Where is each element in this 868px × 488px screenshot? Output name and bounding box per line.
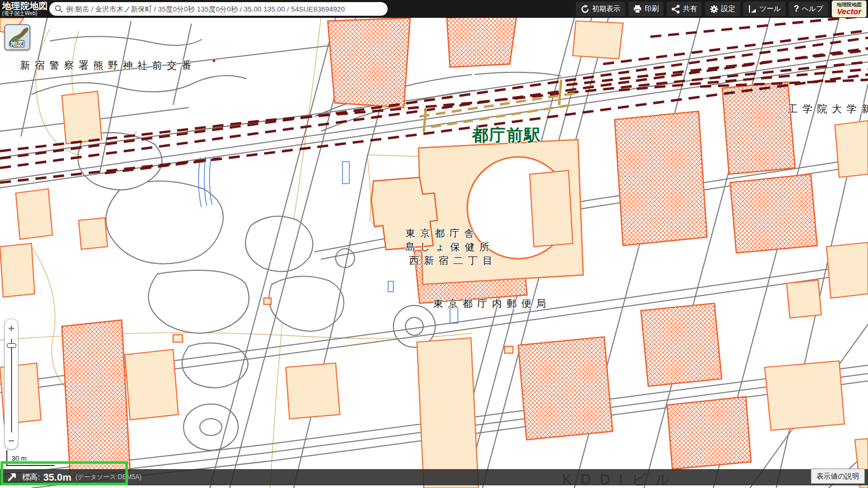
tools-icon: [748, 5, 757, 14]
gsi-map-app: 新宿警察署熊野神社前交番 都庁前駅 工学院大学新 東京都庁舎 島しょ保健所 西新…: [0, 0, 868, 488]
zoom-in-button[interactable]: +: [5, 323, 18, 334]
layer-select-button[interactable]: 地図: [4, 24, 30, 50]
share-button[interactable]: 共有: [667, 2, 702, 16]
elevation-arrow-icon: [7, 472, 17, 482]
help-icon: ?: [794, 4, 799, 14]
map-dot: [213, 60, 216, 62]
top-toolbar: 地理院地図 (電子国土Web) 初期表示: [0, 0, 868, 18]
reload-icon: [581, 5, 590, 14]
reset-view-button[interactable]: 初期表示: [576, 2, 625, 16]
app-title: 地理院地図: [2, 2, 48, 10]
zoom-control: + −: [4, 319, 18, 450]
tools-button[interactable]: ツール: [743, 2, 786, 16]
label-tocho-post-office: 東京都庁内郵便局: [433, 297, 551, 311]
search-input[interactable]: [66, 5, 382, 13]
elevation-value: 35.0m: [43, 472, 71, 483]
label-tochomae-station: 都庁前駅: [472, 124, 541, 146]
scale-bar: 30 m: [6, 450, 55, 466]
status-bar: 標高: 35.0m (データソース:DEM5A) 表示値の説明: [0, 469, 868, 485]
value-explanation-button[interactable]: 表示値の説明: [811, 469, 865, 484]
gear-icon: [710, 5, 719, 14]
zoom-slider-track[interactable]: [11, 339, 12, 432]
app-logo[interactable]: 地理院地図 (電子国土Web): [2, 2, 48, 16]
elevation-source: (データソース:DEM5A): [76, 473, 142, 482]
label-kogakuin-university: 工学院大学新: [788, 102, 868, 116]
help-button[interactable]: ? ヘルプ: [789, 2, 828, 16]
printer-icon: [633, 5, 642, 14]
search-icon: [55, 5, 63, 13]
gsi-vector-badge[interactable]: 地理院地図 Vector: [832, 1, 866, 17]
zoom-slider-handle[interactable]: [7, 343, 16, 348]
settings-button[interactable]: 設定: [705, 2, 740, 16]
print-button[interactable]: 印刷: [628, 2, 663, 16]
search-box[interactable]: [49, 2, 388, 16]
label-nishishinjuku-2chome: 西新宿二丁目: [409, 254, 497, 268]
label-tocho-building: 東京都庁舎: [405, 227, 479, 240]
share-icon: [671, 5, 680, 14]
label-police-box: 新宿警察署熊野神社前交番: [20, 59, 196, 72]
scale-label: 30 m: [12, 454, 27, 462]
label-island-health-center: 島しょ保健所: [405, 240, 494, 254]
elevation-label: 標高:: [22, 472, 40, 482]
zoom-out-button[interactable]: −: [5, 436, 18, 446]
app-subtitle: (電子国土Web): [2, 11, 48, 16]
